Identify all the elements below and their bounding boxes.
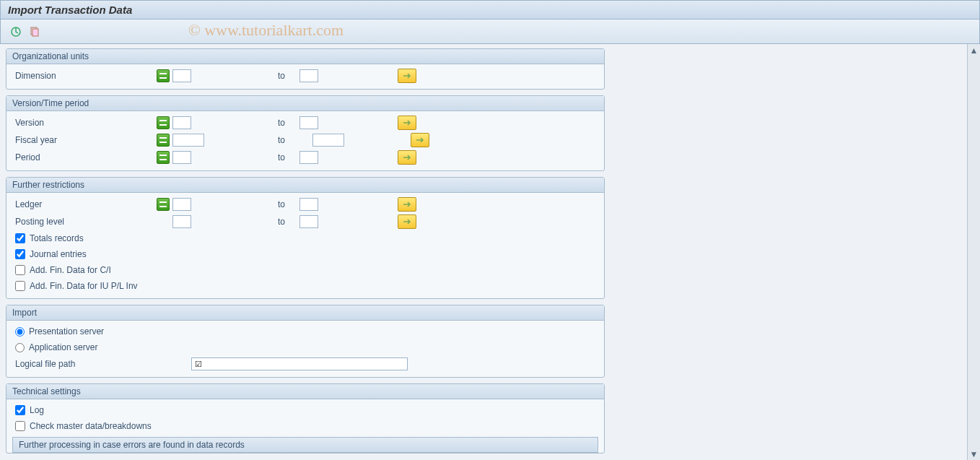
group-organizational-units: Organizational units Dimension to — [6, 48, 605, 90]
row-fiscal-year: Fiscal year to — [12, 131, 598, 149]
to-label: to — [191, 217, 299, 227]
label-version: Version — [12, 118, 157, 128]
row-add-fin-iu: Add. Fin. Data for IU P/L Inv — [12, 278, 598, 294]
toolbar: © www.tutorialkart.com — [0, 19, 980, 44]
label-presentation-server: Presentation server — [29, 326, 104, 337]
version-to-input[interactable] — [299, 116, 318, 129]
row-dimension: Dimension to — [12, 67, 598, 84]
multiple-selection-icon[interactable] — [398, 69, 416, 83]
row-period: Period to — [12, 149, 598, 166]
multiple-selection-icon[interactable] — [398, 214, 416, 229]
row-totals-records: Totals records — [12, 230, 598, 246]
multiple-selection-icon[interactable] — [411, 133, 429, 147]
sub-header-further-processing: Further processing in case errors are fo… — [12, 437, 598, 453]
svg-rect-2 — [32, 29, 38, 36]
page-title: Import Transaction Data — [8, 4, 132, 16]
logical-file-path-input[interactable]: ☑ — [191, 357, 408, 370]
group-technical-settings: Technical settings Log Check master data… — [6, 383, 605, 454]
fiscal-year-to-input[interactable] — [312, 134, 344, 147]
execute-icon[interactable] — [8, 24, 24, 40]
to-label: to — [204, 135, 312, 145]
label-application-server: Application server — [29, 342, 97, 352]
add-fin-ci-checkbox[interactable] — [15, 265, 25, 275]
group-header-version: Version/Time period — [6, 96, 604, 111]
watermark: © www.tutorialkart.com — [188, 21, 344, 40]
group-import: Import Presentation server Application s… — [6, 305, 605, 378]
row-check-master: Check master data/breakdowns — [12, 418, 598, 434]
select-options-icon[interactable] — [157, 69, 170, 82]
posting-level-from-input[interactable] — [172, 215, 191, 228]
label-add-fin-ci: Add. Fin. Data for C/I — [30, 265, 111, 275]
file-path-value: ☑ — [195, 360, 202, 369]
label-logical-file-path: Logical file path — [12, 359, 191, 369]
period-from-input[interactable] — [172, 151, 191, 164]
label-check-master: Check master data/breakdowns — [30, 421, 152, 431]
select-options-icon[interactable] — [157, 134, 170, 147]
totals-records-checkbox[interactable] — [15, 233, 25, 243]
label-period: Period — [12, 152, 157, 162]
select-options-icon[interactable] — [157, 151, 170, 164]
dimension-to-input[interactable] — [299, 69, 318, 82]
multiple-selection-icon[interactable] — [398, 197, 416, 212]
label-journal-entries: Journal entries — [30, 249, 87, 259]
to-label: to — [191, 199, 299, 209]
multiple-selection-icon[interactable] — [398, 116, 416, 130]
application-server-radio[interactable] — [15, 343, 25, 352]
label-totals-records: Totals records — [30, 233, 84, 243]
fiscal-year-from-input[interactable] — [172, 134, 204, 147]
label-fiscal-year: Fiscal year — [12, 135, 157, 145]
select-options-icon[interactable] — [157, 116, 170, 129]
group-header-org: Organizational units — [6, 49, 604, 64]
log-checkbox[interactable] — [15, 405, 25, 415]
group-header-import: Import — [6, 305, 604, 321]
row-ledger: Ledger to — [12, 196, 598, 213]
row-journal-entries: Journal entries — [12, 246, 598, 262]
to-label: to — [191, 118, 299, 128]
row-add-fin-ci: Add. Fin. Data for C/I — [12, 262, 598, 278]
row-posting-level: Posting level to — [12, 213, 598, 230]
row-presentation-server: Presentation server — [12, 324, 598, 339]
version-from-input[interactable] — [172, 116, 191, 129]
presentation-server-radio[interactable] — [15, 327, 25, 337]
page-title-bar: Import Transaction Data — [0, 0, 980, 19]
scroll-up-icon[interactable]: ▲ — [969, 45, 979, 56]
scroll-down-icon[interactable]: ▼ — [969, 449, 979, 459]
label-add-fin-iu: Add. Fin. Data for IU P/L Inv — [30, 281, 138, 291]
row-version: Version to — [12, 114, 598, 131]
ledger-to-input[interactable] — [299, 198, 318, 211]
label-ledger: Ledger — [12, 199, 157, 209]
label-posting-level: Posting level — [12, 217, 157, 227]
period-to-input[interactable] — [299, 151, 318, 164]
row-logical-file-path: Logical file path ☑ — [12, 355, 598, 373]
ledger-from-input[interactable] — [172, 198, 191, 211]
check-master-checkbox[interactable] — [15, 421, 25, 431]
posting-level-to-input[interactable] — [299, 215, 318, 228]
dimension-from-input[interactable] — [172, 69, 191, 82]
multiple-selection-icon[interactable] — [398, 150, 416, 165]
to-label: to — [191, 152, 299, 162]
vertical-scrollbar[interactable]: ▲ ▼ — [967, 44, 980, 460]
row-log: Log — [12, 402, 598, 418]
content-area: Organizational units Dimension to Versio… — [0, 44, 967, 460]
label-dimension: Dimension — [12, 71, 157, 81]
group-header-further: Further restrictions — [6, 178, 604, 193]
group-header-technical: Technical settings — [6, 384, 604, 399]
add-fin-iu-checkbox[interactable] — [15, 281, 25, 291]
to-label: to — [191, 71, 299, 81]
row-application-server: Application server — [12, 339, 598, 355]
select-options-icon[interactable] — [157, 198, 170, 211]
label-log: Log — [30, 405, 44, 415]
variant-icon[interactable] — [27, 24, 43, 40]
group-version-time: Version/Time period Version to Fiscal ye… — [6, 95, 605, 171]
journal-entries-checkbox[interactable] — [15, 249, 25, 259]
group-further-restrictions: Further restrictions Ledger to Posting l… — [6, 177, 605, 299]
